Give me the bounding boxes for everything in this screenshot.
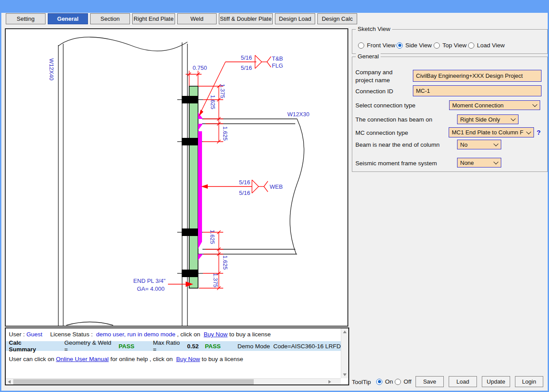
beam-on-select[interactable]: Right Side Only: [457, 114, 518, 124]
max-ratio-value: 0.52: [187, 343, 198, 350]
tab-design-load[interactable]: Design Load: [275, 13, 315, 24]
mc-type-value: MC1 End Plate to Column F: [452, 129, 523, 136]
online-user-manual-link[interactable]: Online User Manual: [56, 356, 109, 362]
license-value: demo user, run in demo mode: [96, 331, 175, 338]
flange-weld-note-2: FLG: [272, 62, 283, 69]
radio-load-view-label: Load View: [477, 42, 505, 49]
tooltip-off-circle[interactable]: [395, 379, 401, 385]
scroll-left-icon[interactable]: [8, 380, 11, 384]
tab-general[interactable]: General: [48, 13, 88, 24]
chevron-down-icon: [526, 129, 531, 134]
chevron-down-icon: [511, 116, 515, 121]
app-window: Setting General Section Right End Plate …: [0, 0, 549, 392]
radio-side-view[interactable]: Side View: [396, 42, 432, 49]
column-top-break-line: [58, 37, 187, 51]
help-line: User can click on Online User Manual for…: [9, 356, 243, 362]
beam-near-end-select[interactable]: No: [457, 140, 501, 149]
connection-id-label: Connection ID: [355, 88, 393, 95]
radio-top-view-label: Top View: [442, 42, 467, 49]
company-input[interactable]: CivilBay Engineering+XXX Design Project: [413, 70, 541, 82]
tab-right-end-plate[interactable]: Right End Plate: [132, 13, 175, 24]
tooltip-on-circle[interactable]: [376, 379, 382, 385]
sketch-canvas: W12X40 W12X30 0.750 1.375 1.625 1.625 1.…: [5, 28, 348, 327]
chevron-down-icon: [532, 102, 537, 107]
flange-weld-size-bottom: 5/16: [241, 65, 252, 71]
general-group: General Company and project name CivilBa…: [352, 57, 548, 172]
geometry-weld-result: PASS: [118, 343, 134, 350]
connection-type-label: Select connection type: [355, 102, 416, 110]
calc-summary-band: Calc Summary Geometry & Weld = PASS Max …: [6, 341, 341, 351]
tab-bar: Setting General Section Right End Plate …: [6, 13, 357, 25]
user-value: Guest: [27, 331, 42, 338]
column-size-label: W12X40: [48, 58, 55, 80]
chevron-down-icon: [493, 160, 498, 164]
beam-near-end-value: No: [460, 141, 468, 148]
web-weld-size-bottom: 5/16: [239, 190, 250, 196]
horizontal-scrollbar[interactable]: [6, 378, 341, 384]
end-plate-note-2: GA= 4.000: [137, 285, 165, 292]
radio-side-view-circle[interactable]: [396, 42, 403, 49]
beam-on-value: Right Side Only: [460, 116, 500, 123]
beam-break-line: [290, 119, 304, 254]
radio-front-view-circle[interactable]: [358, 42, 364, 49]
radio-front-view-label: Front View: [367, 42, 395, 49]
scroll-down-icon[interactable]: [343, 373, 347, 376]
mc-type-select[interactable]: MC1 End Plate to Column F: [449, 127, 534, 137]
mc-type-label: MC connection type: [355, 129, 408, 137]
tooltip-label: ToolTip: [352, 379, 371, 385]
code-mode-text: Demo Mode Code=AISC360-16 LRFD: [237, 343, 341, 350]
tab-design-calc[interactable]: Design Calc: [317, 13, 357, 24]
end-plate-note-1: END PL 3/4": [133, 278, 166, 284]
column-bottom-break-line: [66, 322, 113, 326]
company-label: Company and project name: [355, 69, 393, 84]
tab-weld[interactable]: Weld: [177, 13, 217, 24]
status-panel: User : Guest License Status : demo user,…: [5, 327, 349, 385]
dim-bot-3: 1.375: [212, 273, 219, 288]
flange-weld-note-1: T&B: [272, 55, 283, 62]
beam-near-end-label: Beam is near the end of column: [355, 141, 440, 149]
dim-top-2: 1.625: [210, 95, 216, 110]
seismic-value: None: [460, 160, 474, 166]
radio-front-view[interactable]: Front View: [358, 42, 395, 49]
mc-type-help-icon[interactable]: ?: [537, 129, 541, 136]
beam-on-label: The connection has beam on: [355, 116, 432, 124]
buy-now-link[interactable]: Buy Now: [204, 331, 228, 338]
seismic-label: Seismic moment frame system: [355, 160, 437, 167]
radio-side-view-label: Side View: [405, 42, 432, 49]
sketch-view-legend: Sketch View: [356, 26, 392, 32]
tooltip-on-radio[interactable]: On: [376, 378, 393, 385]
tooltip-off-radio[interactable]: Off: [395, 378, 412, 385]
web-weld-size-top: 5/16: [239, 179, 250, 186]
radio-load-view[interactable]: Load View: [468, 42, 505, 49]
save-button[interactable]: Save: [416, 376, 444, 387]
login-button[interactable]: Login: [515, 376, 543, 387]
chevron-down-icon: [493, 141, 498, 146]
vertical-scrollbar[interactable]: [341, 328, 348, 378]
radio-top-view[interactable]: Top View: [434, 42, 467, 49]
scroll-up-icon[interactable]: [343, 331, 347, 333]
load-button[interactable]: Load: [449, 376, 477, 387]
radio-top-view-circle[interactable]: [434, 42, 440, 49]
tooltip-on-label: On: [385, 378, 393, 385]
plate-width-dim: 0.750: [193, 65, 207, 71]
update-button[interactable]: Update: [482, 376, 510, 387]
web-weld-note: WEB: [270, 183, 283, 190]
scroll-right-icon[interactable]: [328, 380, 331, 384]
window-titlebar[interactable]: [0, 0, 549, 13]
radio-load-view-circle[interactable]: [468, 42, 474, 49]
beam-size-label: W12X30: [287, 111, 309, 118]
horizontal-scroll-thumb[interactable]: [13, 379, 254, 384]
tab-section[interactable]: Section: [90, 13, 130, 24]
tab-setting[interactable]: Setting: [6, 13, 46, 24]
tab-stiff-doubler-plate[interactable]: Stiff & Doubler Plate: [219, 13, 273, 24]
seismic-select[interactable]: None: [457, 158, 501, 167]
dim-bot-2: 1.625: [222, 255, 229, 270]
end-plate-shape: [189, 86, 198, 288]
flange-weld-size-top: 5/16: [241, 54, 252, 61]
general-legend: General: [356, 53, 381, 60]
side-view-drawing: W12X40 W12X30 0.750 1.375 1.625 1.625 1.…: [6, 29, 347, 326]
connection-type-select[interactable]: Moment Connection: [449, 100, 540, 110]
license-status-line: User : Guest License Status : demo user,…: [9, 331, 271, 338]
connection-id-input[interactable]: MC-1: [413, 85, 541, 96]
buy-now-link-2[interactable]: Buy Now: [176, 356, 200, 362]
